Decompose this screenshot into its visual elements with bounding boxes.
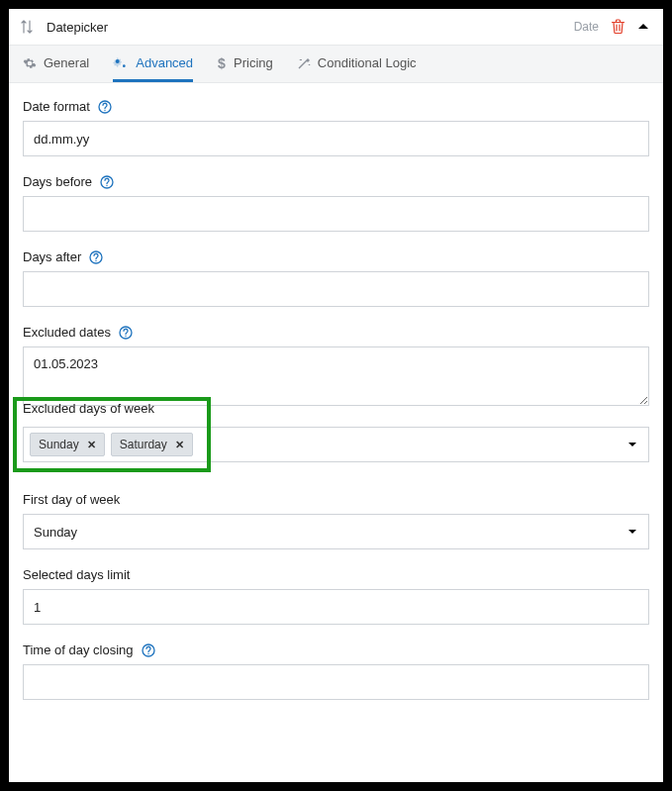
excluded-days-multiselect[interactable]: Sunday ✕ Saturday ✕ xyxy=(23,427,649,462)
svg-point-1 xyxy=(123,64,126,67)
tab-pricing[interactable]: $ Pricing xyxy=(217,46,273,82)
field-type-label: Date xyxy=(574,20,599,34)
advanced-tab-body: Date format Days before Days after xyxy=(9,83,663,728)
delete-icon[interactable] xyxy=(611,19,625,35)
help-icon[interactable] xyxy=(100,175,114,189)
field-excluded-days-of-week: Sunday ✕ Saturday ✕ Excluded days of wee… xyxy=(23,427,649,462)
chip-remove-icon[interactable]: ✕ xyxy=(87,439,96,451)
first-day-select[interactable]: Sunday xyxy=(23,514,649,549)
magic-wand-icon xyxy=(297,56,311,70)
panel-header: Datepicker Date xyxy=(9,9,663,45)
dollar-icon: $ xyxy=(217,56,227,70)
field-days-before: Days before xyxy=(23,174,649,232)
tabs-bar: General Advanced $ Pricing Conditional L… xyxy=(9,45,663,83)
chip-saturday: Saturday ✕ xyxy=(111,433,193,456)
field-date-format: Date format xyxy=(23,99,649,156)
field-label: Days after xyxy=(23,249,81,264)
tab-general[interactable]: General xyxy=(23,46,89,82)
field-label: Excluded dates xyxy=(23,325,111,340)
help-icon[interactable] xyxy=(119,326,133,340)
drag-handle-icon[interactable] xyxy=(21,20,35,34)
chip-label: Saturday xyxy=(120,438,167,451)
field-time-of-day-closing: Time of day closing xyxy=(23,643,649,700)
field-selected-days-limit: Selected days limit xyxy=(23,567,649,625)
tab-advanced[interactable]: Advanced xyxy=(113,46,193,82)
tab-label: Advanced xyxy=(136,55,193,70)
field-label: Date format xyxy=(23,99,90,114)
field-label: Time of day closing xyxy=(23,643,134,657)
days-before-input[interactable] xyxy=(23,196,649,232)
time-of-day-closing-input[interactable] xyxy=(23,664,649,700)
date-format-input[interactable] xyxy=(23,121,649,156)
datepicker-settings-panel: Datepicker Date General Advanced $ Prici… xyxy=(9,9,663,782)
select-value: Sunday xyxy=(34,525,77,540)
help-icon[interactable] xyxy=(98,100,112,114)
excluded-dates-textarea[interactable] xyxy=(23,346,649,406)
field-label: First day of week xyxy=(23,492,120,507)
field-excluded-dates: Excluded dates xyxy=(23,325,649,409)
gears-icon xyxy=(113,56,129,70)
chip-remove-icon[interactable]: ✕ xyxy=(175,439,184,451)
help-icon[interactable] xyxy=(142,643,155,657)
field-days-after: Days after xyxy=(23,249,649,307)
help-icon[interactable] xyxy=(89,250,103,264)
field-label: Excluded days of week xyxy=(23,401,154,416)
panel-title: Datepicker xyxy=(47,20,562,35)
field-label: Selected days limit xyxy=(23,567,130,582)
days-after-input[interactable] xyxy=(23,271,649,307)
chip-sunday: Sunday ✕ xyxy=(30,433,105,456)
chip-label: Sunday xyxy=(39,438,79,451)
field-first-day-of-week: First day of week Sunday xyxy=(23,492,649,549)
gear-icon xyxy=(23,56,37,70)
selected-days-limit-input[interactable] xyxy=(23,589,649,625)
collapse-caret-icon[interactable] xyxy=(637,21,649,33)
field-label: Days before xyxy=(23,174,92,189)
tab-label: Conditional Logic xyxy=(318,55,417,70)
tab-label: Pricing xyxy=(234,55,273,70)
tab-label: General xyxy=(44,55,89,70)
svg-text:$: $ xyxy=(218,56,226,70)
tab-conditional-logic[interactable]: Conditional Logic xyxy=(297,46,417,82)
